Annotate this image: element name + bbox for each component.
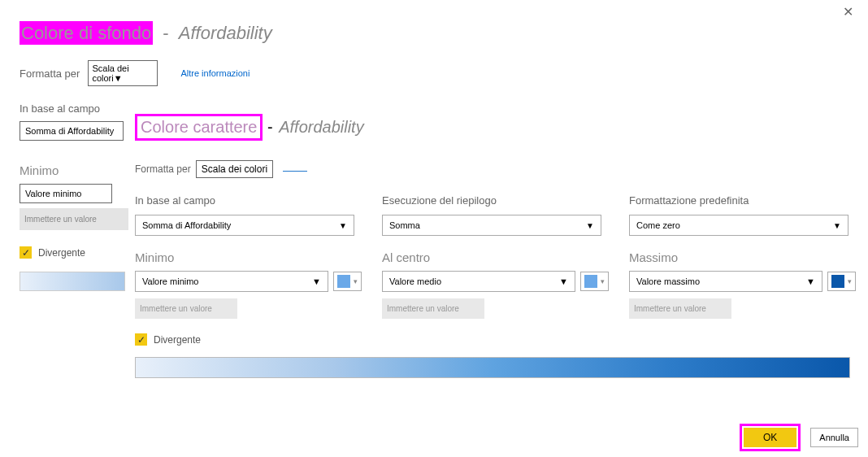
minimum-color-picker[interactable]: ▾ xyxy=(333,272,362,291)
close-icon[interactable]: ✕ xyxy=(843,4,853,20)
chevron-down-icon: ▼ xyxy=(833,221,841,230)
front-col-summary: Esecuzione del riepilogo Somma▼ Al centr… xyxy=(382,194,618,319)
center-label: Al centro xyxy=(382,250,618,264)
back-diverging-checkbox[interactable]: ✓ xyxy=(20,246,32,259)
back-minimum-select[interactable]: Valore minimo xyxy=(20,184,112,203)
maximum-color-picker[interactable]: ▾ xyxy=(827,272,856,291)
based-on-field-select[interactable]: Somma di Affordability xyxy=(20,121,124,141)
chevron-down-icon: ▾ xyxy=(354,277,358,285)
chevron-down-icon: ▾ xyxy=(848,277,852,285)
back-diverging-label: Divergente xyxy=(38,247,85,259)
front-title-highlight: Colore carattere xyxy=(135,114,263,141)
color-swatch xyxy=(831,275,844,288)
chevron-down-icon: ▼ xyxy=(339,221,347,230)
back-title-highlight: Colore di sfondo xyxy=(20,21,153,45)
color-swatch xyxy=(584,275,597,288)
diverging-label: Divergente xyxy=(154,334,201,346)
summarization-label: Esecuzione del riepilogo xyxy=(382,194,618,207)
chevron-down-icon: ▼ xyxy=(806,276,815,286)
gradient-preview xyxy=(135,357,850,378)
front-col-field: In base al campo Somma di Affordability▼… xyxy=(135,194,371,319)
back-dialog-title: Colore di sfondo - Affordability xyxy=(20,23,857,44)
center-value-input[interactable]: Immettere un valore xyxy=(382,298,484,319)
maximum-label: Massimo xyxy=(629,250,865,264)
color-swatch xyxy=(337,275,350,288)
center-color-picker[interactable]: ▾ xyxy=(580,272,609,291)
maximum-value-input[interactable]: Immettere un valore xyxy=(629,298,731,319)
diverging-checkbox[interactable]: ✓ xyxy=(135,333,147,346)
chevron-down-icon: ▾ xyxy=(601,277,605,285)
format-by-select[interactable]: Scala dei colori▼ xyxy=(88,60,158,86)
default-formatting-select[interactable]: Come zero▼ xyxy=(629,215,848,236)
chevron-down-icon: ▼ xyxy=(559,276,568,286)
based-on-field-label: In base al campo xyxy=(135,194,371,207)
ok-button-highlight: OK xyxy=(740,424,801,451)
cancel-button[interactable]: Annulla xyxy=(810,428,858,447)
based-on-field-label: In base al campo xyxy=(20,102,857,115)
minimum-select[interactable]: Valore minimo▼ xyxy=(135,271,328,292)
front-format-by-label: Formatta per xyxy=(135,163,191,175)
format-by-label: Formatta per xyxy=(20,67,80,80)
summarization-select[interactable]: Somma▼ xyxy=(382,215,601,236)
based-on-field-select[interactable]: Somma di Affordability▼ xyxy=(135,215,354,236)
default-formatting-label: Formattazione predefinita xyxy=(629,194,865,207)
minimum-label: Minimo xyxy=(135,250,371,264)
chevron-down-icon: ▼ xyxy=(586,221,594,230)
ok-button[interactable]: OK xyxy=(744,428,796,447)
back-gradient-preview xyxy=(20,272,125,291)
more-info-link[interactable]: Altre informazioni xyxy=(180,68,250,78)
back-minimum-input[interactable]: Immettere un valore xyxy=(20,208,128,230)
front-col-default: Formattazione predefinita Come zero▼ Mas… xyxy=(629,194,865,319)
front-format-underline xyxy=(283,171,307,172)
chevron-down-icon: ▼ xyxy=(312,276,321,286)
front-format-by-select[interactable]: Scala dei colori xyxy=(196,160,273,178)
center-select[interactable]: Valore medio▼ xyxy=(382,271,575,292)
font-color-dialog: Colore carattere - Affordability Formatt… xyxy=(135,114,866,455)
minimum-value-input[interactable]: Immettere un valore xyxy=(135,298,237,319)
maximum-select[interactable]: Valore massimo▼ xyxy=(629,271,822,292)
front-dialog-title: Colore carattere - Affordability xyxy=(135,114,866,141)
